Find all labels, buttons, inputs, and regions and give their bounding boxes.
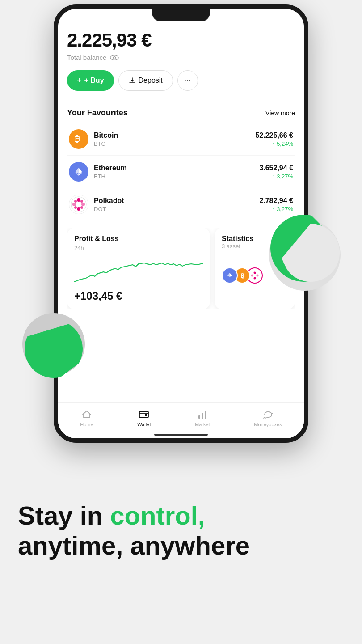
deposit-button[interactable]: Deposit	[118, 70, 173, 91]
dot-icon	[69, 195, 88, 214]
svg-point-10	[72, 203, 76, 206]
dot-info: Polkadot DOT	[94, 197, 259, 212]
pnl-title: Profit & Loss	[74, 235, 203, 243]
bottom-cards: Profit & Loss 24h +103,45 € Statistics	[67, 228, 295, 309]
buy-button[interactable]: + + Buy	[67, 70, 114, 91]
download-icon	[129, 77, 136, 84]
list-item[interactable]: ₿ Bitcoin BTC 52.225,66 € ↑ 5,24%	[67, 123, 295, 156]
more-button[interactable]: ···	[177, 70, 198, 91]
view-more-link[interactable]: View more	[265, 110, 295, 117]
phone-content: 2.225,93 € Total balance + + Buy	[58, 9, 304, 438]
wallet-icon	[139, 409, 149, 420]
moneyboxes-icon	[263, 409, 274, 420]
crypto-list: ₿ Bitcoin BTC 52.225,66 € ↑ 5,24%	[67, 123, 295, 220]
eth-info: Ethereum ETH	[94, 164, 259, 180]
pnl-card: Profit & Loss 24h +103,45 €	[67, 228, 210, 309]
nav-item-moneyboxes[interactable]: Moneyboxes	[254, 409, 282, 427]
nav-label-home: Home	[80, 422, 93, 427]
svg-point-1	[114, 56, 116, 59]
action-buttons: + + Buy Deposit ···	[67, 70, 295, 91]
btc-info: Bitcoin BTC	[94, 131, 255, 147]
list-item[interactable]: Ethereum ETH 3.652,94 € ↑ 3,27%	[67, 156, 295, 188]
phone-wrapper: 2.225,93 € Total balance + + Buy	[0, 0, 362, 474]
headline-plain: Stay in	[18, 501, 110, 530]
svg-rect-26	[205, 411, 206, 419]
svg-rect-23	[145, 414, 147, 416]
pnl-period: 24h	[74, 245, 203, 251]
eye-icon	[110, 55, 119, 61]
svg-point-19	[254, 277, 256, 280]
headline-highlight: control,	[110, 501, 205, 530]
pnl-value: +103,45 €	[74, 290, 203, 302]
svg-point-27	[269, 414, 269, 415]
svg-rect-25	[202, 413, 203, 419]
home-icon	[81, 409, 92, 420]
nav-label-moneyboxes: Moneyboxes	[254, 422, 282, 427]
bottom-headline: Stay in control, anytime, anywhere	[18, 501, 344, 560]
svg-marker-3	[75, 168, 79, 174]
svg-point-13	[80, 206, 83, 209]
chart-container	[74, 255, 203, 286]
phone-frame: 2.225,93 € Total balance + + Buy	[54, 4, 308, 443]
balance-label: Total balance	[67, 54, 295, 61]
svg-point-21	[257, 275, 259, 277]
svg-point-9	[77, 207, 80, 211]
nav-item-market[interactable]: Market	[195, 409, 210, 427]
list-item[interactable]: Polkadot DOT 2.782,94 € ↑ 3,27%	[67, 188, 295, 220]
svg-rect-24	[198, 415, 200, 419]
svg-marker-17	[230, 273, 232, 277]
favourites-header: Your Favourites View more	[67, 108, 295, 118]
svg-marker-4	[79, 168, 82, 174]
nav-label-market: Market	[195, 422, 210, 427]
svg-point-0	[110, 55, 118, 60]
section-divider	[67, 100, 295, 100]
bottom-section: Stay in control, anytime, anywhere	[0, 474, 362, 644]
phone-notch	[152, 9, 210, 21]
stats-eth-icon	[222, 267, 238, 284]
svg-point-12	[74, 200, 77, 203]
home-indicator	[154, 434, 208, 436]
svg-text:₿: ₿	[75, 134, 80, 144]
screen-scroll: 2.225,93 € Total balance + + Buy	[58, 25, 304, 309]
favourites-title: Your Favourites	[67, 108, 128, 118]
eth-values: 3.652,94 € ↑ 3,27%	[259, 164, 293, 180]
svg-point-14	[80, 200, 83, 203]
nav-label-wallet: Wallet	[137, 422, 151, 427]
dot-values: 2.782,94 € ↑ 3,27%	[259, 197, 293, 212]
balance-amount: 2.225,93 €	[67, 30, 295, 51]
svg-point-8	[77, 198, 80, 202]
svg-point-15	[74, 206, 77, 209]
nav-item-wallet[interactable]: Wallet	[137, 409, 151, 427]
svg-point-20	[251, 275, 253, 277]
btc-icon: ₿	[69, 129, 88, 149]
btc-values: 52.225,66 € ↑ 5,24%	[255, 131, 293, 147]
svg-point-11	[81, 203, 85, 206]
bottom-nav: Home Wallet Market	[58, 402, 304, 438]
nav-item-home[interactable]: Home	[80, 409, 93, 427]
eth-icon	[69, 162, 88, 182]
svg-marker-16	[227, 273, 230, 277]
market-icon	[197, 409, 208, 420]
headline-line2: anytime, anywhere	[18, 531, 250, 560]
svg-point-18	[254, 272, 256, 274]
